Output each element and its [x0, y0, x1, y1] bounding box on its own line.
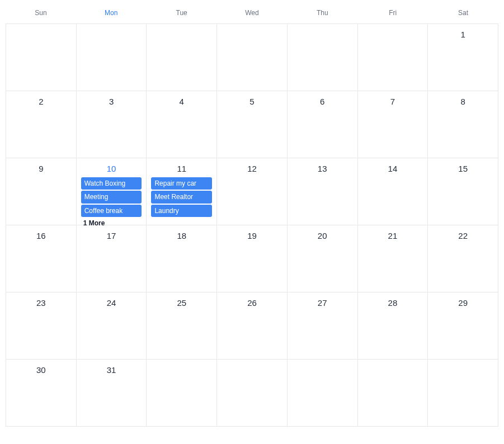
weekday-header-wed: Wed [217, 6, 288, 23]
day-cell[interactable]: 19 [216, 225, 287, 292]
day-cell[interactable]: 20 [287, 225, 357, 292]
event-item[interactable]: Meeting [81, 191, 142, 203]
weekday-header-thu: Thu [287, 6, 357, 23]
day-number: 22 [430, 226, 496, 243]
day-number: 25 [149, 294, 214, 310]
day-cell[interactable]: 17 [76, 225, 147, 292]
day-cell[interactable]: 9 [6, 158, 76, 225]
day-cell[interactable] [357, 360, 428, 427]
day-cell[interactable]: 27 [287, 292, 357, 360]
weekday-header-mon: Mon [76, 6, 147, 23]
weekday-header-fri: Fri [357, 6, 428, 23]
day-cell[interactable]: 18 [146, 225, 216, 292]
day-cell[interactable]: 3 [76, 91, 147, 158]
day-number: 3 [79, 92, 144, 109]
day-cell[interactable]: 15 [427, 158, 498, 225]
day-cell[interactable]: 8 [427, 91, 498, 158]
day-cell[interactable] [287, 24, 357, 91]
weekday-header-sat: Sat [428, 6, 498, 23]
day-number: 17 [79, 226, 144, 243]
day-cell[interactable]: 4 [146, 91, 216, 158]
day-cell[interactable] [216, 24, 287, 91]
day-cell[interactable]: 25 [146, 292, 216, 360]
day-number: 2 [8, 92, 74, 109]
day-number: 26 [219, 294, 285, 310]
day-number: 28 [360, 294, 426, 310]
day-number: 27 [290, 294, 355, 310]
day-number: 9 [8, 159, 74, 176]
day-cell[interactable]: 7 [357, 91, 428, 158]
event-item[interactable]: Watch Boxing [81, 177, 142, 190]
day-cell[interactable]: 24 [76, 292, 147, 360]
day-cell[interactable]: 14 [357, 158, 428, 225]
day-number: 31 [79, 361, 144, 377]
day-number: 13 [290, 159, 355, 176]
day-cell[interactable] [76, 24, 147, 91]
day-number: 12 [219, 159, 285, 176]
day-cell[interactable]: 11Repair my carMeet RealtorLaundry [146, 158, 216, 225]
day-cell[interactable]: 22 [427, 225, 498, 292]
weekday-header-sun: Sun [6, 6, 76, 23]
day-cell[interactable]: 6 [287, 91, 357, 158]
day-number: 8 [430, 92, 496, 109]
day-cell[interactable]: 23 [6, 292, 76, 360]
day-cell[interactable]: 26 [216, 292, 287, 360]
day-number: 20 [290, 226, 355, 243]
day-number: 16 [8, 226, 74, 243]
day-number: 7 [360, 92, 426, 109]
day-cell[interactable] [427, 360, 498, 427]
day-cell[interactable]: 10Watch BoxingMeetingCoffee break1 More [76, 158, 147, 225]
event-item[interactable]: Coffee break [81, 205, 142, 217]
day-number: 6 [290, 92, 355, 109]
weekday-header-row: Sun Mon Tue Wed Thu Fri Sat [6, 6, 498, 23]
day-cell[interactable]: 12 [216, 158, 287, 225]
day-cell[interactable]: 30 [6, 360, 76, 427]
day-number: 23 [8, 294, 74, 310]
day-number: 18 [149, 226, 214, 243]
day-cell[interactable]: 31 [76, 360, 147, 427]
day-cell[interactable]: 21 [357, 225, 428, 292]
day-cell[interactable] [6, 24, 76, 91]
weekday-header-tue: Tue [147, 6, 217, 23]
day-cell[interactable]: 29 [427, 292, 498, 360]
day-number: 21 [360, 226, 426, 243]
day-cell[interactable]: 1 [427, 24, 498, 91]
day-cell[interactable]: 13 [287, 158, 357, 225]
day-number: 4 [149, 92, 214, 109]
day-number: 30 [8, 361, 74, 377]
day-cell[interactable] [357, 24, 428, 91]
day-number: 15 [430, 159, 496, 176]
day-cell[interactable] [146, 360, 216, 427]
event-item[interactable]: Repair my car [151, 177, 212, 190]
day-number: 11 [149, 159, 214, 176]
day-cell[interactable]: 16 [6, 225, 76, 292]
day-cell[interactable]: 2 [6, 91, 76, 158]
day-number: 19 [219, 226, 285, 243]
day-number: 10 [79, 159, 144, 176]
day-number: 14 [360, 159, 426, 176]
event-item[interactable]: Laundry [151, 205, 212, 217]
day-number: 1 [430, 25, 496, 42]
day-cell[interactable] [287, 360, 357, 427]
day-number: 29 [430, 294, 496, 310]
day-cell[interactable] [146, 24, 216, 91]
calendar: Sun Mon Tue Wed Thu Fri Sat 12345678910W… [0, 0, 504, 432]
event-item[interactable]: Meet Realtor [151, 191, 212, 203]
day-cell[interactable] [216, 360, 287, 427]
day-number: 24 [79, 294, 144, 310]
day-cell[interactable]: 28 [357, 292, 428, 360]
calendar-grid: 12345678910Watch BoxingMeetingCoffee bre… [6, 23, 498, 427]
day-cell[interactable]: 5 [216, 91, 287, 158]
day-number: 5 [219, 92, 285, 109]
